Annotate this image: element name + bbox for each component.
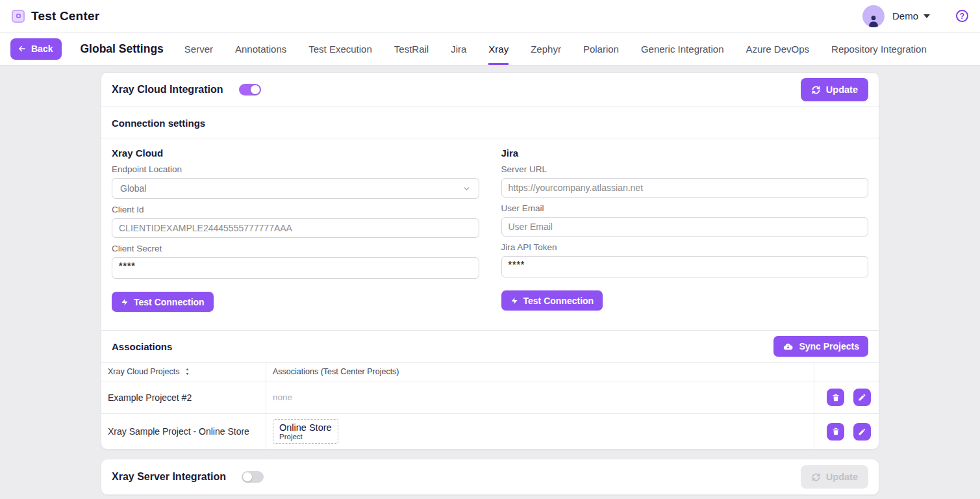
- association-value: none: [273, 392, 292, 402]
- update-label: Update: [826, 84, 858, 95]
- tab-polarion[interactable]: Polarion: [583, 32, 619, 65]
- tab-generic-integration[interactable]: Generic Integration: [641, 32, 724, 65]
- tab-annotations[interactable]: Annotations: [235, 32, 286, 65]
- brand: Test Center: [12, 9, 99, 23]
- sort-icon[interactable]: [184, 368, 191, 376]
- client-id-input[interactable]: [112, 218, 479, 238]
- page-title: Global Settings: [80, 42, 163, 56]
- main-content: Xray Cloud Integration Update Connection…: [101, 72, 879, 495]
- tab-xray[interactable]: Xray: [488, 32, 509, 65]
- settings-navbar: Back Global Settings Server Annotations …: [0, 32, 980, 66]
- test-connection-button-jira[interactable]: Test Connection: [501, 290, 603, 311]
- client-id-label: Client Id: [112, 205, 479, 214]
- tab-bar: Server Annotations Test Execution TestRa…: [184, 32, 927, 65]
- connection-settings-header: Connection settings: [101, 107, 879, 138]
- trash-icon: [831, 393, 840, 402]
- update-button[interactable]: Update: [801, 78, 868, 101]
- test-connection-button-cloud[interactable]: Test Connection: [112, 292, 214, 312]
- top-header: Test Center Demo ?: [0, 0, 980, 32]
- user-area: Demo ?: [862, 5, 968, 27]
- bolt-icon: [510, 296, 518, 305]
- pencil-icon: [858, 393, 866, 402]
- xray-server-card: Xray Server Integration Update: [101, 459, 879, 495]
- xray-server-toggle[interactable]: [242, 471, 264, 483]
- user-email-input[interactable]: [501, 217, 869, 237]
- tab-testrail[interactable]: TestRail: [394, 32, 429, 65]
- trash-icon: [831, 427, 840, 436]
- edit-button[interactable]: [853, 389, 871, 406]
- project-name: Example Projecet #2: [108, 392, 192, 403]
- refresh-icon: [811, 472, 821, 482]
- endpoint-location-select[interactable]: Global: [112, 178, 479, 199]
- delete-button[interactable]: [827, 423, 844, 441]
- update-label: Update: [826, 472, 858, 482]
- sync-projects-label: Sync Projects: [799, 341, 859, 352]
- test-connection-label: Test Connection: [134, 297, 205, 307]
- tab-jira[interactable]: Jira: [451, 32, 466, 65]
- xray-server-title: Xray Server Integration: [112, 471, 226, 483]
- tab-repository-integration[interactable]: Repository Integration: [831, 32, 927, 65]
- edit-button[interactable]: [853, 423, 871, 441]
- xray-server-header: Xray Server Integration Update: [101, 459, 879, 494]
- caret-down-icon[interactable]: [923, 14, 930, 18]
- tab-azure-devops[interactable]: Azure DevOps: [746, 32, 810, 65]
- table-row: Example Projecet #2 none: [101, 381, 879, 413]
- association-badge[interactable]: Online Store Project: [273, 419, 338, 444]
- server-url-input[interactable]: [501, 178, 869, 198]
- badge-title: Online Store: [279, 422, 332, 433]
- jira-api-token-input[interactable]: ****: [501, 256, 869, 277]
- person-icon: [866, 13, 881, 27]
- project-name: Xray Sample Project - Online Store: [108, 426, 249, 437]
- xray-cloud-section-title: Xray Cloud: [112, 147, 479, 159]
- user-email-label: User Email: [501, 203, 869, 213]
- associations-table-header: Xray Cloud Projects Associations (Test C…: [101, 362, 879, 381]
- refresh-icon: [811, 85, 821, 95]
- table-row: Xray Sample Project - Online Store Onlin…: [101, 413, 879, 449]
- xray-cloud-toggle[interactable]: [239, 84, 261, 96]
- delete-button[interactable]: [827, 389, 844, 406]
- bolt-icon: [121, 298, 129, 307]
- sync-projects-button[interactable]: Sync Projects: [773, 336, 868, 357]
- connection-settings-form: Xray Cloud Endpoint Location Global Clie…: [101, 138, 879, 330]
- back-button[interactable]: Back: [10, 38, 62, 60]
- jira-section-title: Jira: [501, 147, 869, 159]
- client-secret-label: Client Secret: [112, 244, 479, 253]
- xray-cloud-column: Xray Cloud Endpoint Location Global Clie…: [112, 147, 479, 312]
- badge-subtitle: Project: [279, 433, 332, 441]
- cloud-download-icon: [783, 342, 794, 352]
- endpoint-location-value: Global: [120, 183, 146, 194]
- user-avatar[interactable]: [862, 5, 885, 27]
- endpoint-location-label: Endpoint Location: [112, 164, 479, 174]
- jira-column: Jira Server URL User Email Jira API Toke…: [501, 147, 869, 312]
- connection-settings-title: Connection settings: [112, 118, 205, 129]
- update-button-disabled[interactable]: Update: [801, 465, 868, 489]
- column-xray-cloud-projects: Xray Cloud Projects: [108, 367, 179, 376]
- app-logo-icon: [12, 10, 25, 23]
- help-icon[interactable]: ?: [956, 10, 968, 22]
- app-title: Test Center: [31, 9, 99, 23]
- chevron-down-icon: [462, 185, 471, 193]
- xray-cloud-card: Xray Cloud Integration Update Connection…: [101, 72, 879, 450]
- user-name[interactable]: Demo: [892, 10, 918, 21]
- client-secret-input[interactable]: ****: [112, 257, 479, 279]
- server-url-label: Server URL: [501, 164, 869, 174]
- associations-header: Associations Sync Projects: [101, 330, 879, 362]
- xray-cloud-title: Xray Cloud Integration: [112, 84, 223, 96]
- xray-cloud-header: Xray Cloud Integration Update: [101, 73, 879, 107]
- column-associations: Associations (Test Center Projects): [273, 367, 399, 376]
- tab-zephyr[interactable]: Zephyr: [531, 32, 561, 65]
- associations-title: Associations: [112, 341, 172, 352]
- test-connection-label: Test Connection: [523, 296, 594, 306]
- tab-server[interactable]: Server: [184, 32, 213, 65]
- tab-test-execution[interactable]: Test Execution: [308, 32, 372, 65]
- jira-api-token-label: Jira API Token: [501, 242, 869, 252]
- pencil-icon: [858, 428, 866, 436]
- back-label: Back: [31, 44, 53, 54]
- arrow-left-icon: [18, 44, 27, 53]
